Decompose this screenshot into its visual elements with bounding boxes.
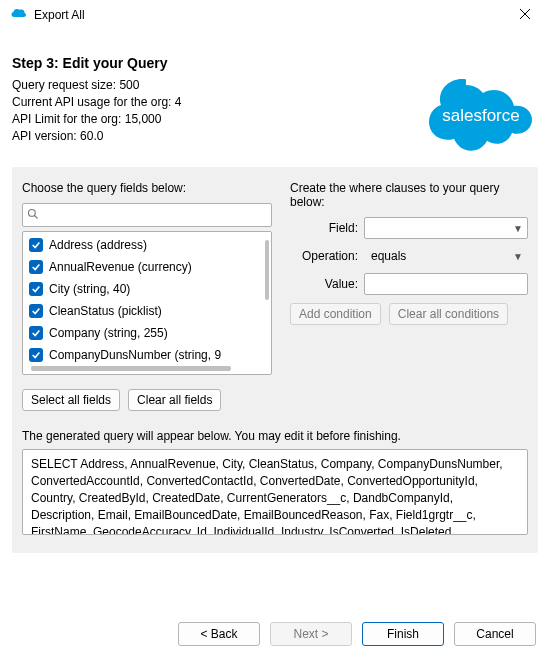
field-row[interactable]: AnnualRevenue (currency) <box>29 256 265 278</box>
wizard-footer: < Back Next > Finish Cancel <box>0 606 550 662</box>
svg-point-1 <box>29 209 36 216</box>
field-label: AnnualRevenue (currency) <box>49 260 192 274</box>
step-title: Step 3: Edit your Query <box>12 55 538 71</box>
salesforce-cloud-icon <box>10 7 28 24</box>
cancel-button[interactable]: Cancel <box>454 622 536 646</box>
clear-all-fields-button[interactable]: Clear all fields <box>128 389 221 411</box>
field-label: Company (string, 255) <box>49 326 168 340</box>
close-icon <box>519 8 531 22</box>
field-row[interactable]: CompanyDunsNumber (string, 9 <box>29 344 265 366</box>
generated-query-box[interactable]: SELECT Address, AnnualRevenue, City, Cle… <box>22 449 528 535</box>
title-bar: Export All <box>0 0 550 31</box>
search-icon <box>27 208 39 223</box>
add-condition-button[interactable]: Add condition <box>290 303 381 325</box>
field-label: CleanStatus (picklist) <box>49 304 162 318</box>
field-label: City (string, 40) <box>49 282 130 296</box>
field-label: CompanyDunsNumber (string, 9 <box>49 348 221 362</box>
field-row[interactable]: Company (string, 255) <box>29 322 265 344</box>
where-section-label: Create the where clauses to your query b… <box>290 181 528 209</box>
chevron-down-icon: ▼ <box>513 223 523 234</box>
checkbox-checked-icon[interactable] <box>29 282 43 296</box>
field-row[interactable]: CleanStatus (picklist) <box>29 300 265 322</box>
field-row[interactable]: Address (address) <box>29 234 265 256</box>
field-search-text[interactable] <box>43 207 267 223</box>
next-button: Next > <box>270 622 352 646</box>
window-title: Export All <box>34 8 85 22</box>
close-button[interactable] <box>510 0 540 30</box>
checkbox-checked-icon[interactable] <box>29 326 43 340</box>
svg-line-2 <box>35 215 38 218</box>
fields-section-label: Choose the query fields below: <box>22 181 272 195</box>
field-row[interactable]: City (string, 40) <box>29 278 265 300</box>
field-list[interactable]: Address (address) AnnualRevenue (currenc… <box>22 231 272 375</box>
checkbox-checked-icon[interactable] <box>29 304 43 318</box>
operation-dropdown[interactable]: equals ▼ <box>364 245 528 267</box>
clear-conditions-button[interactable]: Clear all conditions <box>389 303 508 325</box>
svg-text:salesforce: salesforce <box>442 106 519 125</box>
generated-query-label: The generated query will appear below. Y… <box>22 429 528 443</box>
value-input[interactable] <box>364 273 528 295</box>
checkbox-checked-icon[interactable] <box>29 238 43 252</box>
field-label: Address (address) <box>49 238 147 252</box>
operation-dropdown-value: equals <box>371 249 406 263</box>
field-label-text: Field: <box>290 221 364 235</box>
vertical-scrollbar[interactable] <box>265 240 269 300</box>
back-button[interactable]: < Back <box>178 622 260 646</box>
salesforce-logo: salesforce <box>428 75 538 156</box>
value-label-text: Value: <box>290 277 364 291</box>
select-all-fields-button[interactable]: Select all fields <box>22 389 120 411</box>
finish-button[interactable]: Finish <box>362 622 444 646</box>
chevron-down-icon: ▼ <box>513 251 523 262</box>
field-dropdown[interactable]: ▼ <box>364 217 528 239</box>
horizontal-scrollbar[interactable] <box>31 366 231 371</box>
field-search-input[interactable] <box>22 203 272 227</box>
checkbox-checked-icon[interactable] <box>29 348 43 362</box>
checkbox-checked-icon[interactable] <box>29 260 43 274</box>
operation-label-text: Operation: <box>290 249 364 263</box>
